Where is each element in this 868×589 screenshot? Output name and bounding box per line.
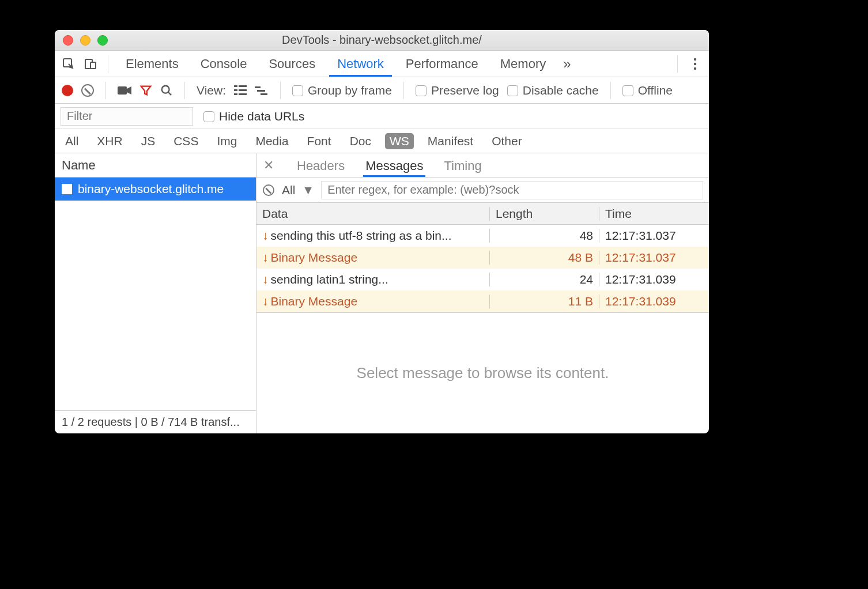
- disable-cache-label: Disable cache: [523, 84, 599, 97]
- svg-rect-11: [239, 89, 247, 91]
- message-row[interactable]: ↓sending latin1 string...2412:17:31.039: [256, 269, 709, 290]
- type-filter-row: All XHR JS CSS Img Media Font Doc WS Man…: [55, 129, 709, 153]
- separator: [105, 82, 106, 99]
- svg-rect-16: [261, 93, 267, 95]
- detail-tab-headers[interactable]: Headers: [295, 154, 347, 177]
- type-js[interactable]: JS: [137, 133, 160, 149]
- filter-input[interactable]: [61, 107, 193, 126]
- close-icon[interactable]: ✕: [263, 158, 274, 173]
- separator: [108, 55, 108, 73]
- messages-toolbar: All ▼: [256, 178, 709, 203]
- large-rows-icon[interactable]: [234, 85, 247, 96]
- type-img[interactable]: Img: [212, 133, 241, 149]
- kebab-menu-icon[interactable]: [687, 56, 703, 72]
- col-header-length[interactable]: Length: [490, 207, 599, 221]
- down-arrow-icon: ↓: [262, 294, 269, 308]
- message-row[interactable]: ↓Binary Message48 B12:17:31.037: [256, 247, 709, 269]
- tab-sources[interactable]: Sources: [261, 51, 323, 77]
- message-time: 12:17:31.039: [599, 294, 709, 308]
- tab-performance[interactable]: Performance: [398, 51, 486, 77]
- devtools-window: DevTools - binary-websocket.glitch.me/ E…: [55, 30, 709, 433]
- titlebar: DevTools - binary-websocket.glitch.me/: [55, 30, 709, 51]
- dropdown-icon[interactable]: ▼: [302, 183, 314, 197]
- offline-option[interactable]: Offline: [622, 84, 673, 97]
- device-toggle-icon[interactable]: [82, 56, 99, 72]
- type-xhr[interactable]: XHR: [92, 133, 127, 149]
- window-title: DevTools - binary-websocket.glitch.me/: [55, 33, 709, 47]
- svg-rect-15: [257, 90, 265, 92]
- svg-point-4: [694, 62, 696, 65]
- svg-point-5: [694, 67, 696, 69]
- preserve-log-label: Preserve log: [431, 84, 499, 97]
- name-column-header[interactable]: Name: [55, 153, 256, 178]
- filter-icon[interactable]: [139, 84, 152, 97]
- filter-row: Hide data URLs: [55, 104, 709, 129]
- view-label: View:: [197, 84, 226, 97]
- more-tabs-icon[interactable]: »: [563, 56, 571, 72]
- message-data: sending latin1 string...: [271, 273, 388, 286]
- hide-data-urls-option[interactable]: Hide data URLs: [203, 110, 304, 123]
- request-row[interactable]: binary-websocket.glitch.me: [55, 178, 256, 201]
- type-other[interactable]: Other: [487, 133, 527, 149]
- type-manifest[interactable]: Manifest: [423, 133, 478, 149]
- tab-memory[interactable]: Memory: [492, 51, 554, 77]
- hide-data-urls-label: Hide data URLs: [219, 110, 304, 123]
- request-list: binary-websocket.glitch.me: [55, 178, 256, 410]
- message-data: Binary Message: [271, 251, 358, 264]
- messages-grid-body: ↓sending this utf-8 string as a bin...48…: [256, 225, 709, 313]
- separator: [280, 82, 281, 99]
- col-header-data[interactable]: Data: [256, 207, 490, 221]
- tab-console[interactable]: Console: [193, 51, 255, 77]
- disable-cache-option[interactable]: Disable cache: [507, 84, 599, 97]
- type-ws[interactable]: WS: [385, 133, 414, 149]
- svg-rect-9: [239, 85, 247, 87]
- type-font[interactable]: Font: [303, 133, 336, 149]
- camera-icon[interactable]: [118, 85, 131, 96]
- detail-tab-messages[interactable]: Messages: [363, 154, 425, 177]
- message-length: 11 B: [490, 294, 599, 308]
- messages-grid-header: Data Length Time: [256, 203, 709, 225]
- message-length: 48 B: [490, 251, 599, 265]
- svg-rect-14: [255, 86, 261, 88]
- offline-label: Offline: [638, 84, 673, 97]
- record-button[interactable]: [62, 85, 73, 96]
- request-list-pane: Name binary-websocket.glitch.me 1 / 2 re…: [55, 153, 256, 433]
- down-arrow-icon: ↓: [262, 251, 269, 264]
- svg-rect-2: [90, 62, 96, 69]
- svg-rect-6: [118, 86, 127, 95]
- detail-tab-timing[interactable]: Timing: [441, 154, 484, 177]
- overview-icon[interactable]: [255, 85, 269, 96]
- preserve-log-option[interactable]: Preserve log: [416, 84, 499, 97]
- tab-network[interactable]: Network: [329, 51, 392, 77]
- status-bar: 1 / 2 requests | 0 B / 714 B transf...: [55, 410, 256, 433]
- message-regex-input[interactable]: [321, 181, 703, 199]
- request-name-label: binary-websocket.glitch.me: [78, 182, 224, 196]
- message-row[interactable]: ↓Binary Message11 B12:17:31.039: [256, 290, 709, 312]
- down-arrow-icon: ↓: [262, 229, 269, 242]
- inspect-icon[interactable]: [61, 56, 77, 72]
- tab-elements[interactable]: Elements: [118, 51, 187, 77]
- separator: [184, 82, 185, 99]
- clear-messages-button[interactable]: [263, 184, 274, 196]
- type-css[interactable]: CSS: [169, 133, 203, 149]
- type-media[interactable]: Media: [251, 133, 293, 149]
- message-row[interactable]: ↓sending this utf-8 string as a bin...48…: [256, 225, 709, 247]
- message-time: 12:17:31.037: [599, 229, 709, 243]
- message-filter-all[interactable]: All: [282, 183, 295, 197]
- clear-button[interactable]: [81, 84, 94, 97]
- separator: [403, 82, 404, 99]
- svg-point-3: [694, 58, 696, 60]
- svg-point-7: [162, 85, 169, 93]
- main-area: Name binary-websocket.glitch.me 1 / 2 re…: [55, 153, 709, 433]
- message-placeholder: Select message to browse its content.: [256, 313, 709, 433]
- svg-rect-12: [234, 93, 237, 95]
- document-icon: [62, 184, 72, 194]
- group-by-frame-option[interactable]: Group by frame: [292, 84, 392, 97]
- type-doc[interactable]: Doc: [345, 133, 376, 149]
- message-time: 12:17:31.039: [599, 273, 709, 286]
- type-all[interactable]: All: [61, 133, 83, 149]
- search-icon[interactable]: [160, 84, 173, 97]
- group-by-frame-label: Group by frame: [308, 84, 392, 97]
- detail-pane: ✕ Headers Messages Timing All ▼ Data Len…: [256, 153, 709, 433]
- col-header-time[interactable]: Time: [599, 207, 709, 221]
